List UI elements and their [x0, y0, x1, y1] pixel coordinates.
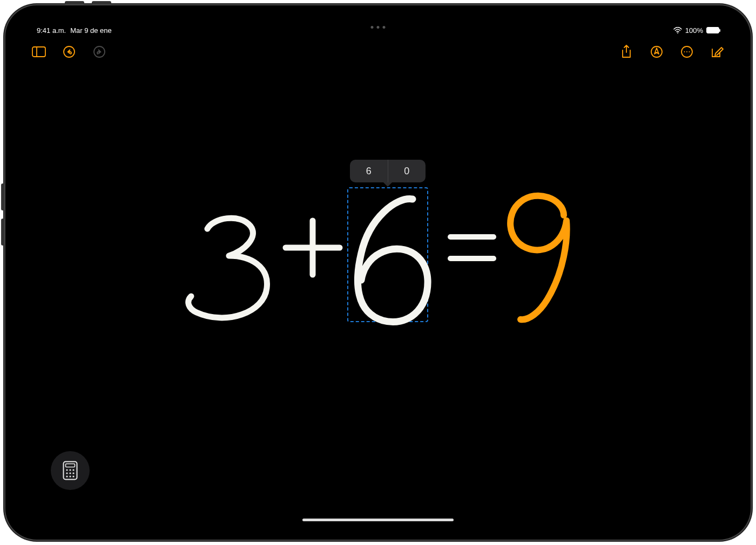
wifi-icon: [673, 27, 682, 33]
multitask-dots[interactable]: [371, 26, 386, 29]
share-button[interactable]: [619, 44, 634, 59]
calculator-icon: [63, 461, 78, 480]
handwriting-canvas[interactable]: 6 0: [18, 18, 738, 527]
compose-button[interactable]: [710, 44, 725, 59]
screen: 9:41 a.m. Mar 9 de ene 100%: [18, 18, 738, 527]
battery-text: 100%: [685, 26, 703, 35]
svg-point-13: [69, 469, 71, 471]
operator-equals: [450, 237, 494, 258]
volume-up-hw: [1, 183, 4, 210]
svg-point-19: [69, 475, 71, 477]
digit-6: [357, 199, 428, 322]
svg-rect-11: [66, 464, 75, 467]
svg-point-17: [72, 472, 74, 474]
operator-plus: [286, 221, 340, 275]
volume-down-hw: [1, 219, 4, 246]
home-indicator[interactable]: [302, 519, 454, 521]
svg-point-14: [72, 469, 74, 471]
undo-button[interactable]: [62, 44, 77, 59]
equation-strokes: [175, 159, 585, 342]
svg-point-12: [66, 469, 68, 471]
svg-point-9: [689, 51, 690, 52]
battery-icon: [706, 27, 719, 33]
status-time: 9:41 a.m.: [37, 26, 66, 35]
more-button[interactable]: [679, 44, 694, 59]
ipad-frame: 9:41 a.m. Mar 9 de ene 100%: [5, 5, 751, 540]
redo-button: [92, 44, 107, 59]
svg-point-0: [677, 32, 678, 33]
svg-point-7: [684, 51, 685, 52]
markup-button[interactable]: [649, 44, 664, 59]
digit-9-result: [510, 196, 566, 320]
toolbar: [18, 40, 738, 64]
svg-rect-1: [32, 47, 45, 57]
svg-point-18: [66, 475, 68, 477]
status-date: Mar 9 de ene: [70, 26, 112, 35]
svg-point-8: [686, 51, 687, 52]
svg-point-15: [66, 472, 68, 474]
sidebar-button[interactable]: [31, 44, 46, 59]
digit-3: [188, 218, 267, 318]
svg-rect-20: [72, 475, 74, 477]
calculator-button[interactable]: [51, 451, 90, 490]
svg-point-16: [69, 472, 71, 474]
